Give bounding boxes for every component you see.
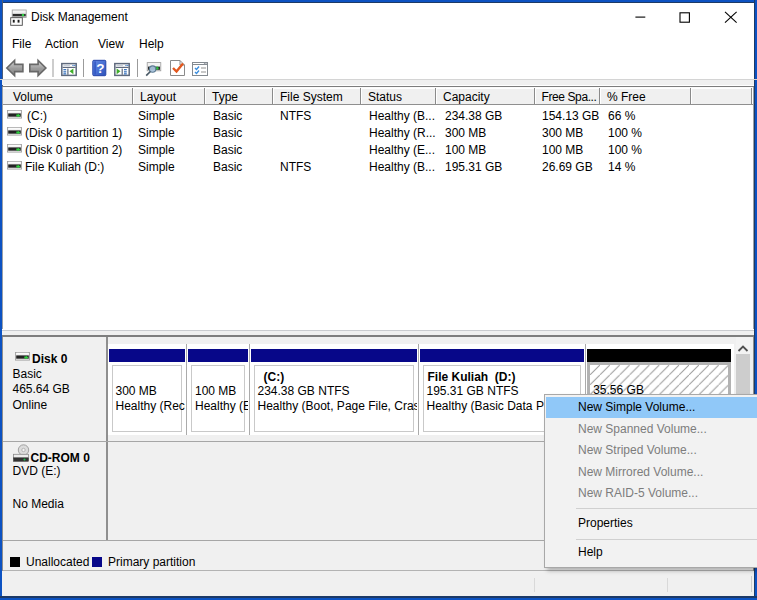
svg-text:?: ? [96,61,104,76]
